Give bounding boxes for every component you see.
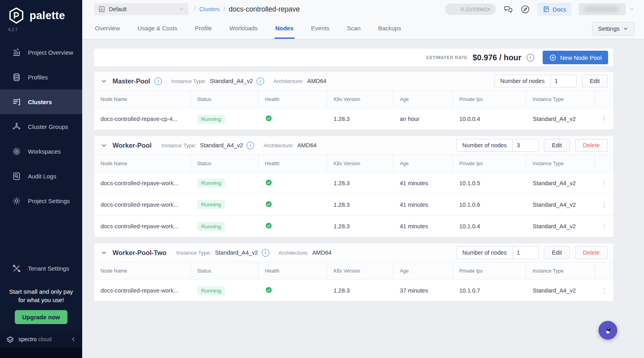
table-header-row: Node NameStatusHealthK8s VersionAgePriva…: [94, 262, 613, 280]
instance-type-cell: Standard_A4_v2: [526, 180, 595, 186]
private-ip-cell: 10.1.0.4: [453, 223, 526, 229]
row-menu-button[interactable]: ⋮: [595, 200, 613, 209]
row-menu-button[interactable]: ⋮: [595, 115, 613, 123]
row-menu-button[interactable]: ⋮: [595, 179, 613, 187]
tab-events[interactable]: Events: [310, 18, 330, 39]
sidebar-item-project-settings[interactable]: Project Settings: [0, 188, 82, 213]
settings-button-label: Settings: [598, 25, 620, 32]
tab-workloads[interactable]: Workloads: [229, 18, 259, 39]
status-cell: Running: [191, 200, 259, 209]
settings-button[interactable]: Settings: [592, 22, 634, 36]
workspaces-icon: [12, 147, 21, 156]
column-header-node-name: Node Name: [94, 155, 191, 172]
version-label: 4.2.7: [0, 25, 82, 32]
edit-button[interactable]: Edit: [544, 246, 570, 259]
sidebar-bottom-strip: [0, 347, 82, 358]
column-header-health: Health: [259, 91, 327, 108]
k8s-version-cell: 1.28.3: [327, 202, 393, 208]
age-cell: 41 minutes: [393, 202, 453, 208]
node-name-cell: docs-controlled-repave-cp-4...: [94, 116, 191, 122]
breadcrumb-slash: /: [194, 6, 196, 13]
status-badge: Running: [197, 178, 225, 188]
collapse-chevron-icon[interactable]: [101, 78, 107, 85]
column-header-private-ips: Private Ips: [453, 91, 526, 108]
k8s-version-cell: 1.28.3: [327, 223, 393, 229]
k8s-version-cell: 1.28.3: [327, 180, 393, 186]
delete-button[interactable]: Delete: [575, 139, 608, 152]
docs-button[interactable]: Docs: [537, 3, 571, 16]
topbar-row1: Default / Clusters / docs-controlled-rep…: [82, 0, 644, 18]
pool-header: Master-Pool i Instance Type: Standard_A4…: [94, 72, 613, 91]
breadcrumb-clusters-link[interactable]: Clusters: [199, 6, 219, 12]
nodes-count-input[interactable]: [513, 247, 538, 259]
clusters-icon: [12, 97, 21, 107]
edit-button[interactable]: Edit: [544, 139, 570, 152]
nodes-count-input[interactable]: [513, 139, 538, 151]
info-icon[interactable]: i: [154, 77, 162, 85]
sidebar-item-project-overview[interactable]: Project Overview: [0, 40, 82, 65]
breadcrumb-current: docs-controlled-repave: [229, 5, 300, 14]
table-header-row: Node NameStatusHealthK8s VersionAgePriva…: [94, 155, 613, 172]
node-pools-list: Master-Pool i Instance Type: Standard_A4…: [94, 72, 613, 301]
user-menu[interactable]: [579, 3, 634, 15]
main-area: Default / Clusters / docs-controlled-rep…: [82, 0, 644, 358]
edit-button[interactable]: Edit: [582, 75, 608, 87]
private-ip-cell: 10.1.0.5: [453, 180, 526, 186]
chevron-left-icon[interactable]: [70, 336, 77, 342]
tab-nodes[interactable]: Nodes: [275, 18, 294, 39]
info-icon[interactable]: i: [247, 142, 254, 149]
health-check-icon: [265, 286, 273, 294]
delete-button[interactable]: Delete: [575, 246, 608, 259]
architecture-label: Architecture:: [279, 250, 309, 256]
chat-icon[interactable]: [503, 4, 513, 14]
sidebar-item-label: Project Settings: [28, 198, 70, 204]
upgrade-now-button[interactable]: Upgrade now: [15, 310, 67, 324]
sidebar-item-tenant-settings[interactable]: Tenant Settings: [0, 256, 82, 281]
column-header-private-ips: Private Ips: [453, 155, 526, 172]
tab-scan[interactable]: Scan: [346, 18, 361, 39]
sidebar-item-workspaces[interactable]: Workspaces: [0, 139, 82, 164]
profiles-icon: [12, 73, 21, 82]
tab-usage-costs[interactable]: Usage & Costs: [137, 18, 178, 39]
info-icon[interactable]: i: [527, 54, 534, 61]
table-row: docs-controlled-repave-work... Running 1…: [94, 216, 613, 237]
age-cell: 41 minutes: [393, 180, 453, 186]
tab-backups[interactable]: Backups: [377, 18, 402, 39]
app-root: palette 4.2.7 Project OverviewProfilesCl…: [0, 0, 644, 358]
sidebar-item-audit-logs[interactable]: Audit Logs: [0, 164, 82, 188]
assistant-fab[interactable]: [599, 321, 617, 340]
info-icon[interactable]: i: [262, 249, 269, 257]
number-of-nodes-label: Number of nodes: [495, 75, 551, 87]
promo-text-line1: Start small and only pay: [7, 287, 75, 296]
new-node-pool-label: New Node Pool: [560, 54, 602, 61]
nodes-count-input[interactable]: [551, 75, 576, 87]
new-node-pool-button[interactable]: New Node Pool: [543, 51, 608, 64]
column-header-age: Age: [393, 262, 453, 279]
row-menu-button[interactable]: ⋮: [595, 222, 613, 231]
tab-overview[interactable]: Overview: [94, 18, 121, 39]
spectro-logo-icon: [6, 335, 15, 344]
docs-button-label: Docs: [553, 6, 566, 13]
instance-type-value: Standard_A4_v2: [210, 78, 253, 84]
architecture-value: AMD64: [297, 142, 316, 148]
column-header-health: Health: [259, 262, 327, 279]
k8s-version-cell: 1.28.3: [327, 287, 393, 294]
project-selector[interactable]: Default: [94, 3, 188, 15]
project-settings-icon: [12, 196, 21, 206]
collapse-chevron-icon[interactable]: [101, 142, 107, 149]
brand-name: spectro: [18, 336, 37, 342]
instance-type-label: Instance Type:: [171, 78, 206, 84]
row-menu-button[interactable]: ⋮: [595, 287, 613, 295]
tab-profile[interactable]: Profile: [194, 18, 213, 39]
sidebar-item-cluster-groups[interactable]: Cluster Groups: [0, 114, 82, 139]
column-header-instance-type: Instance Type: [526, 155, 595, 172]
compass-icon[interactable]: [520, 4, 530, 14]
collapse-chevron-icon[interactable]: [101, 249, 107, 256]
sidebar-item-label: Project Overview: [28, 49, 73, 56]
architecture-value: AMD64: [312, 249, 331, 256]
sidebar-item-clusters[interactable]: Clusters: [0, 89, 82, 114]
node-pool-card: Worker-Pool-Two i Instance Type: Standar…: [94, 243, 613, 301]
sidebar-item-profiles[interactable]: Profiles: [0, 65, 82, 89]
info-icon[interactable]: i: [257, 77, 264, 85]
node-name-cell: docs-controlled-repave-work...: [94, 202, 191, 208]
